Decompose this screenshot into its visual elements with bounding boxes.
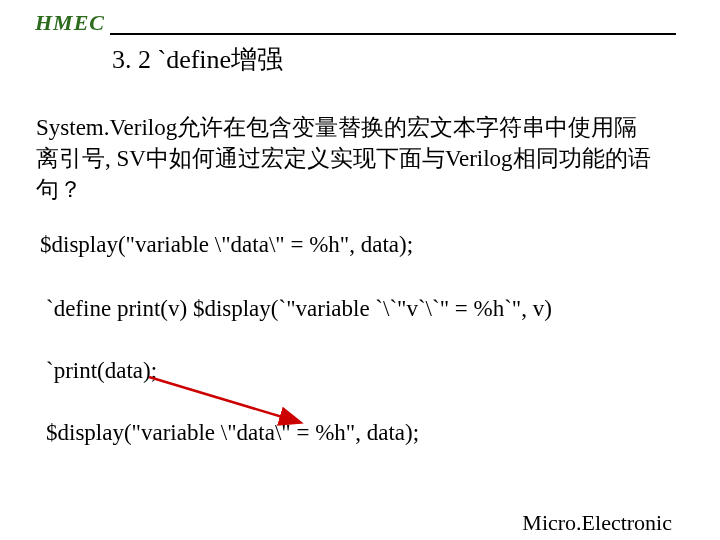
brand-box: HMEC	[30, 10, 110, 36]
header-divider	[36, 33, 676, 35]
brand-label: HMEC	[35, 10, 105, 35]
slide-title: 3. 2 `define增强	[112, 42, 283, 77]
body-paragraph: System.Verilog允许在包含变量替换的宏文本字符串中使用隔离引号, S…	[36, 112, 656, 205]
code-expanded-result: $display("variable \"data\" = %h", data)…	[46, 420, 419, 446]
code-macro-invocation: `print(data);	[46, 358, 157, 384]
code-display-original: $display("variable \"data\" = %h", data)…	[40, 232, 413, 258]
svg-line-1	[149, 377, 299, 422]
footer-org: Micro.Electronic	[522, 512, 672, 534]
code-define-macro: `define print(v) $display(`"variable `\`…	[46, 296, 552, 322]
